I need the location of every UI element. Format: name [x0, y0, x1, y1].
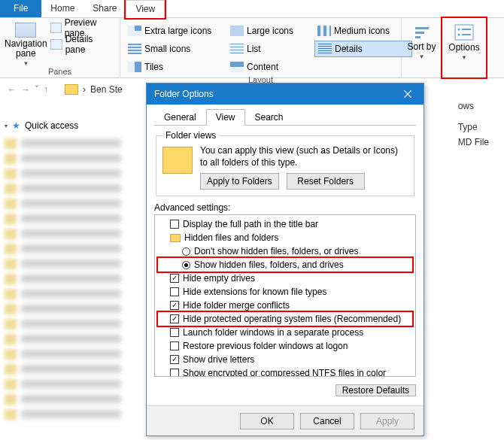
close-button[interactable]	[396, 86, 419, 102]
forward-icon[interactable]: →	[21, 84, 30, 95]
dialog-footer: OK Cancel Apply	[147, 405, 424, 435]
opt-hidden-group[interactable]: Hidden files and folders	[158, 231, 412, 244]
tab-share[interactable]: Share	[83, 0, 126, 17]
chevron-down-icon: ▼	[419, 53, 425, 60]
restore-defaults-button[interactable]: Restore Defaults	[335, 384, 416, 396]
star-icon: ★	[12, 120, 20, 131]
column-header-type[interactable]: Type	[458, 122, 489, 137]
svg-rect-2	[415, 36, 421, 38]
ribbon-body: Navigation pane ▼ Preview pane Details p…	[0, 18, 504, 78]
chevron-down-icon: ▼	[23, 60, 29, 67]
layout-medium[interactable]: Medium icons	[314, 23, 412, 39]
svg-rect-1	[415, 32, 424, 34]
apply-to-folders-button[interactable]: Apply to Folders	[200, 173, 279, 190]
opt-hidden-dont-show[interactable]: Don't show hidden files, folders, or dri…	[158, 244, 412, 258]
up-icon[interactable]: ↑	[44, 84, 48, 95]
ok-button[interactable]: OK	[240, 413, 294, 429]
layout-large[interactable]: Large icons	[227, 23, 310, 39]
reset-folders-button[interactable]: Reset Folders	[287, 173, 365, 190]
apply-button[interactable]: Apply	[360, 413, 414, 429]
folder-icon	[65, 84, 78, 95]
dialog-tab-search[interactable]: Search	[245, 109, 293, 125]
tab-home[interactable]: Home	[41, 0, 83, 17]
svg-rect-5	[462, 29, 471, 30]
tab-view[interactable]: View	[126, 0, 165, 18]
layout-details[interactable]: Details	[314, 41, 412, 57]
opt-protected-os-files[interactable]: ✓Hide protected operating system files (…	[158, 312, 412, 326]
dialog-tabs: General View Search	[154, 109, 416, 126]
chevron-down-icon: ▼	[461, 54, 467, 61]
column-address-cut: ows	[458, 101, 489, 116]
list-columns-fragment: ows Type MD File	[458, 105, 489, 152]
quick-access-node[interactable]: ▾ ★ Quick access	[5, 120, 132, 131]
group-label-panes: Panes	[5, 67, 115, 76]
dialog-titlebar[interactable]: Folder Options	[147, 83, 424, 105]
svg-rect-3	[455, 25, 473, 40]
breadcrumb-segment[interactable]: Ben Ste	[90, 84, 123, 95]
chevron-down-icon: ▾	[5, 123, 8, 129]
advanced-settings-label: Advanced settings:	[154, 202, 416, 213]
opt-merge-conflicts[interactable]: ✓Hide folder merge conflicts	[158, 299, 412, 312]
svg-rect-7	[462, 34, 471, 35]
folder-views-desc: You can apply this view (such as Details…	[200, 145, 408, 168]
folder-views-group: Folder views You can apply this view (su…	[156, 130, 414, 196]
dialog-tab-general[interactable]: General	[154, 109, 206, 125]
navigation-tree: ▾ ★ Quick access	[5, 120, 132, 423]
layout-small[interactable]: Small icons	[125, 41, 223, 57]
folder-views-legend: Folder views	[162, 130, 219, 141]
layout-content[interactable]: Content	[227, 59, 310, 75]
options-button[interactable]: Options ▼	[447, 20, 481, 61]
folder-icon	[170, 234, 181, 242]
dialog-title: Folder Options	[154, 89, 214, 99]
back-icon[interactable]: ←	[8, 84, 17, 95]
opt-restore-logon[interactable]: Restore previous folder windows at logon	[158, 339, 412, 353]
tab-file[interactable]: File	[0, 0, 41, 17]
advanced-settings-tree[interactable]: Display the full path in the title bar H…	[154, 214, 416, 377]
navigation-pane-button[interactable]: Navigation pane ▼	[5, 20, 47, 67]
svg-point-4	[458, 29, 460, 31]
chevron-down-icon[interactable]: ˅	[35, 84, 39, 95]
dialog-tab-view[interactable]: View	[206, 109, 245, 126]
opt-separate-process[interactable]: Launch folder windows in a separate proc…	[158, 326, 412, 339]
folder-options-dialog: Folder Options General View Search Folde…	[146, 83, 424, 436]
ribbon-tabs: File Home Share View	[0, 0, 504, 18]
folders-icon	[162, 147, 193, 174]
opt-hide-extensions[interactable]: Hide extensions for known file types	[158, 285, 412, 299]
layout-tiles[interactable]: Tiles	[125, 59, 223, 75]
opt-hidden-show[interactable]: Show hidden files, folders, and drives	[158, 258, 412, 272]
opt-full-path[interactable]: Display the full path in the title bar	[158, 217, 412, 231]
cell-kind: MD File	[458, 137, 489, 152]
layout-list[interactable]: List	[227, 41, 310, 57]
opt-empty-drives[interactable]: ✓Hide empty drives	[158, 272, 412, 285]
svg-rect-0	[415, 27, 429, 29]
navigation-pane-label: Navigation pane	[5, 39, 47, 59]
opt-ntfs-color[interactable]: Show encrypted or compressed NTFS files …	[158, 366, 412, 377]
svg-point-6	[458, 34, 460, 36]
sort-icon	[414, 26, 430, 41]
layout-extra-large[interactable]: Extra large icons	[125, 23, 223, 39]
sort-by-button[interactable]: Sort by ▼	[406, 20, 437, 60]
cancel-button[interactable]: Cancel	[300, 413, 354, 429]
options-icon	[454, 24, 474, 41]
details-pane-button[interactable]: Details pane	[50, 36, 115, 53]
opt-drive-letters[interactable]: ✓Show drive letters	[158, 353, 412, 366]
close-icon	[404, 90, 411, 98]
